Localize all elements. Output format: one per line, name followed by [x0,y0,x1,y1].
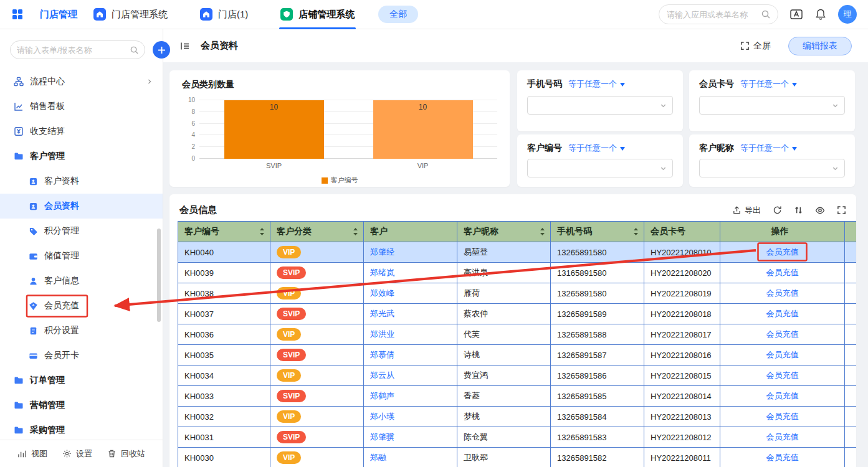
member-recharge-link[interactable]: 会员充值 [766,370,799,381]
phone-filter-select[interactable] [527,96,673,115]
customer-link[interactable]: 郑云从 [370,370,394,381]
edit-report-button[interactable]: 编辑报表 [788,37,852,55]
workspace-name[interactable]: 门店管理 [40,9,77,21]
cell-extra [845,242,856,263]
x-tick-label: SVIP [224,162,324,169]
cell-customer: 郑鹤声 [364,386,457,407]
member-recharge-link[interactable]: 会员充值 [766,432,799,443]
member-table: 客户编号 客户分类 客户 客户昵称 手机号码 [178,221,856,467]
customer-link[interactable]: 郑肇经 [370,247,394,258]
cell-action: 会员充值 [720,304,845,324]
form-search-box[interactable] [10,40,145,59]
fullscreen-icon [740,41,750,50]
member-recharge-link[interactable]: 会员充值 [766,329,799,340]
card-number-filter-select[interactable] [699,96,845,115]
sidebar-item-member-card-open[interactable]: 会员开卡 [0,343,163,368]
sidebar-item-customer-management[interactable]: 客户管理 [0,144,163,169]
app-grid-icon[interactable] [11,8,24,21]
cell-nickname: 香菱 [457,386,551,407]
customer-link[interactable]: 郑融 [370,452,386,463]
notification-bell-icon[interactable] [814,8,827,21]
col-header-member-card: 会员卡号 [644,222,720,242]
col-header-customer-category[interactable]: 客户分类 [270,222,364,242]
customer-id-filter-select[interactable] [527,159,673,177]
sidebar-item-member-recharge[interactable]: 会员充值 [0,293,163,318]
member-recharge-link[interactable]: 会员充值 [766,267,799,278]
app-search-box[interactable] [659,4,778,24]
filter-operator-dropdown[interactable]: 等于任意一个 [740,78,797,90]
table-fullscreen-button[interactable] [837,205,846,215]
table-row: KH0037 SVIP 郑光武 蔡农仲 13265891589 HY202212… [178,304,856,324]
category-badge: SVIP [277,431,306,443]
cell-phone: 13265891586 [551,366,644,386]
member-recharge-link[interactable]: 会员充值 [766,349,799,361]
filter-operator-dropdown[interactable]: 等于任意一个 [568,78,625,90]
card-icon [29,351,38,361]
phone-filter-card: 手机号码 等于任意一个 [517,70,683,131]
nickname-filter-select[interactable] [699,159,845,177]
app-search-input[interactable] [667,10,758,19]
customer-link[interactable]: 郑光武 [370,308,394,319]
member-recharge-link[interactable]: 会员充值 [766,452,799,463]
customer-link[interactable]: 郑绪岚 [370,267,394,278]
add-form-button[interactable] [153,41,170,59]
table-row: KH0039 SVIP 郑绪岚 高洪泉 13165891580 HY202212… [178,263,856,283]
sidebar-item-purchase-management[interactable]: 采购管理 [0,418,163,443]
tab-shop-management-system[interactable]: 店铺管理系统 [280,0,355,29]
member-recharge-link[interactable]: 会员充值 [766,247,799,258]
sidebar-item-sales-dashboard[interactable]: 销售看板 [0,94,163,119]
form-search-input[interactable] [17,45,126,55]
col-header-phone[interactable]: 手机号码 [551,222,644,242]
sidebar-item-member-profile[interactable]: 会员资料 [0,194,163,219]
customer-link[interactable]: 郑肇骥 [370,432,394,443]
export-button[interactable]: 导出 [732,205,761,216]
member-recharge-link[interactable]: 会员充值 [766,288,799,299]
customer-link[interactable]: 郑慕倩 [370,349,394,361]
cell-customer-category: SVIP [270,427,364,448]
member-recharge-link[interactable]: 会员充值 [766,308,799,319]
language-icon[interactable] [789,7,803,21]
customer-link[interactable]: 郑小瑛 [370,411,394,422]
cell-member-card: HY20221208010 [644,242,720,263]
cell-action: 会员充值 [720,242,845,263]
sidebar-item-order-management[interactable]: 订单管理 [0,368,163,393]
tab-store-management-system[interactable]: 门店管理系统 [93,0,168,29]
customer-link[interactable]: 郑效峰 [370,288,394,299]
sidebar-item-stored-value[interactable]: 储值管理 [0,243,163,268]
refresh-button[interactable] [773,205,782,215]
user-avatar[interactable]: 理 [838,5,857,24]
sidebar-item-customer-info[interactable]: 客户信息 [0,268,163,293]
all-apps-pill[interactable]: 全部 [378,6,418,23]
filter-operator-dropdown[interactable]: 等于任意一个 [568,143,625,154]
filter-operator-dropdown[interactable]: 等于任意一个 [740,143,797,154]
sidebar-item-marketing-management[interactable]: 营销管理 [0,393,163,418]
col-header-customer-id[interactable]: 客户编号 [178,222,270,242]
cell-nickname: 代芙 [457,324,551,345]
cell-customer: 郑光武 [364,304,457,324]
fullscreen-button[interactable]: 全屏 [740,40,771,52]
member-recharge-link[interactable]: 会员充值 [766,411,799,422]
customer-link[interactable]: 郑鹤声 [370,390,394,402]
cell-member-card: HY20221208017 [644,324,720,345]
settings-button[interactable]: 设置 [62,448,92,460]
sidebar-item-points-management[interactable]: 积分管理 [0,219,163,243]
member-recharge-link[interactable]: 会员充值 [766,390,799,402]
search-icon [761,10,770,19]
sidebar-item-customer-profile[interactable]: 客户资料 [0,169,163,194]
col-header-nickname[interactable]: 客户昵称 [457,222,551,242]
sort-button[interactable] [794,205,803,215]
sidebar-item-points-settings[interactable]: 积分设置 [0,318,163,343]
cell-extra [845,386,856,407]
sidebar-item-process-center[interactable]: 流程中心 [0,69,163,94]
recycle-bin-button[interactable]: 回收站 [107,448,145,460]
caret-down-icon [620,147,625,153]
views-button[interactable]: 视图 [17,448,47,460]
sidebar-scrollbar[interactable] [157,229,161,322]
customer-link[interactable]: 郑洪业 [370,329,394,340]
visibility-eye-button[interactable] [815,205,825,215]
cell-customer: 郑肇骥 [364,427,457,448]
tab-store-1[interactable]: 门店(1) [200,0,248,29]
collapse-sidebar-icon[interactable] [179,40,191,52]
sidebar-item-income-expense[interactable]: 收支结算 [0,119,163,144]
export-icon [732,205,742,215]
